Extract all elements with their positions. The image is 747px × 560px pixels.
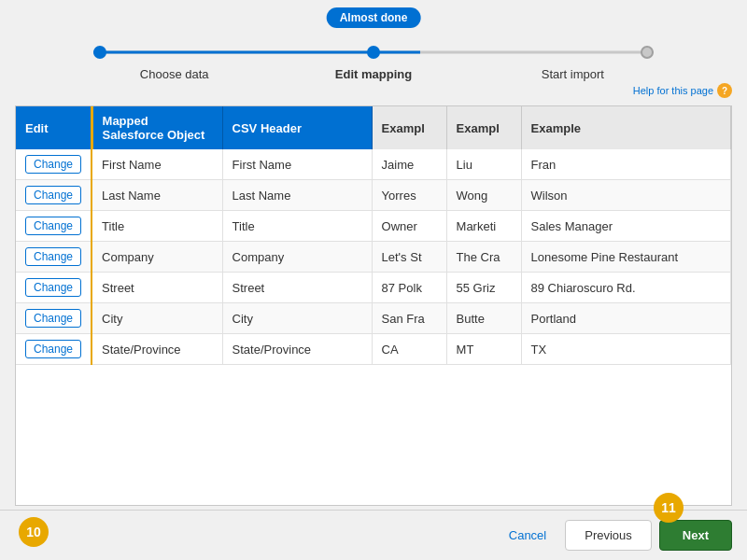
mapped-cell: State/Province xyxy=(92,334,222,365)
header-ex1: Exampl xyxy=(372,106,446,149)
mapped-cell: Street xyxy=(92,273,222,303)
ex2-cell: Marketi xyxy=(446,211,521,242)
help-icon: ? xyxy=(717,83,732,98)
step1-label: Choose data xyxy=(75,67,274,81)
header-edit: Edit xyxy=(16,106,92,149)
csv-cell: Street xyxy=(222,273,372,303)
bottom-bar: 10 11 Cancel Previous Next xyxy=(0,510,747,560)
table-header: Edit Mapped Salesforce Object CSV Header… xyxy=(16,106,731,149)
ex1-cell: Owner xyxy=(372,211,446,242)
ex2-cell: Wong xyxy=(446,180,521,211)
step1-dot xyxy=(93,46,106,59)
mapped-cell: City xyxy=(92,303,222,334)
badge-10: 10 xyxy=(19,517,49,547)
ex2-cell: The Cra xyxy=(446,242,521,273)
table-scroll[interactable]: Edit Mapped Salesforce Object CSV Header… xyxy=(16,106,731,365)
ex1-cell: Let's St xyxy=(372,242,446,273)
progress-track xyxy=(37,43,710,62)
table-row: ChangeLast NameLast NameYorresWongWilson xyxy=(16,180,731,211)
csv-cell: City xyxy=(222,303,372,334)
ex3-cell: Lonesome Pine Restaurant xyxy=(521,242,730,273)
change-button[interactable]: Change xyxy=(25,278,81,297)
ex3-cell: TX xyxy=(521,334,730,365)
previous-button[interactable]: Previous xyxy=(565,520,652,551)
table-row: ChangeState/ProvinceState/ProvinceCAMTTX xyxy=(16,334,731,365)
ex1-cell: Yorres xyxy=(372,180,446,211)
mapped-cell: Last Name xyxy=(92,180,222,211)
mapped-cell: Title xyxy=(92,211,222,242)
table-row: ChangeFirst NameFirst NameJaimeLiuFran xyxy=(16,149,731,180)
ex1-cell: 87 Polk xyxy=(372,273,446,303)
progress-area: Almost done Choose data Edit mapping Sta… xyxy=(0,0,747,81)
main-container: Almost done Choose data Edit mapping Sta… xyxy=(0,0,747,560)
table-wrapper: Edit Mapped Salesforce Object CSV Header… xyxy=(15,105,732,506)
change-button[interactable]: Change xyxy=(25,186,81,204)
change-button[interactable]: Change xyxy=(25,155,81,174)
cancel-button[interactable]: Cancel xyxy=(498,523,557,548)
ex3-cell: 89 Chiaroscuro Rd. xyxy=(521,273,730,303)
csv-cell: Last Name xyxy=(222,180,372,211)
steps-labels: Choose data Edit mapping Start import xyxy=(37,62,710,81)
help-link-text[interactable]: Help for this page xyxy=(633,85,713,96)
change-button[interactable]: Change xyxy=(25,309,81,328)
ex3-cell: Sales Manager xyxy=(521,211,730,242)
table-body: ChangeFirst NameFirst NameJaimeLiuFranCh… xyxy=(16,149,731,365)
table-row: ChangeTitleTitleOwnerMarketiSales Manage… xyxy=(16,211,731,242)
ex3-cell: Wilson xyxy=(521,180,730,211)
csv-cell: Title xyxy=(222,211,372,242)
change-button[interactable]: Change xyxy=(25,247,81,266)
ex2-cell: 55 Griz xyxy=(446,273,521,303)
mapped-cell: First Name xyxy=(92,149,222,180)
ex1-cell: Jaime xyxy=(372,149,446,180)
ex1-cell: CA xyxy=(372,334,446,365)
badge-11: 11 xyxy=(654,493,684,523)
step2-dot xyxy=(367,46,380,59)
ex1-cell: San Fra xyxy=(372,303,446,334)
table-row: ChangeStreetStreet87 Polk55 Griz89 Chiar… xyxy=(16,273,731,303)
ex3-cell: Portland xyxy=(521,303,730,334)
table-row: ChangeCityCitySan FraButtePortland xyxy=(16,303,731,334)
csv-cell: First Name xyxy=(222,149,372,180)
mapping-table: Edit Mapped Salesforce Object CSV Header… xyxy=(16,106,731,365)
ex2-cell: MT xyxy=(446,334,521,365)
header-ex3: Example xyxy=(521,106,730,149)
step3-label: Start import xyxy=(473,67,672,81)
change-button[interactable]: Change xyxy=(25,340,81,358)
next-button[interactable]: Next xyxy=(659,520,732,551)
csv-cell: State/Province xyxy=(222,334,372,365)
ex2-cell: Liu xyxy=(446,149,521,180)
mapped-cell: Company xyxy=(92,242,222,273)
step3-dot xyxy=(641,46,654,59)
almost-done-badge: Almost done xyxy=(327,7,421,28)
ex2-cell: Butte xyxy=(446,303,521,334)
table-row: ChangeCompanyCompanyLet's StThe CraLones… xyxy=(16,242,731,273)
header-mapped: Mapped Salesforce Object xyxy=(92,106,222,149)
change-button[interactable]: Change xyxy=(25,217,81,235)
csv-cell: Company xyxy=(222,242,372,273)
help-link-area: Help for this page ? xyxy=(0,81,747,98)
header-csv: CSV Header xyxy=(222,106,372,149)
header-ex2: Exampl xyxy=(446,106,521,149)
step2-label: Edit mapping xyxy=(274,67,472,81)
ex3-cell: Fran xyxy=(521,149,730,180)
